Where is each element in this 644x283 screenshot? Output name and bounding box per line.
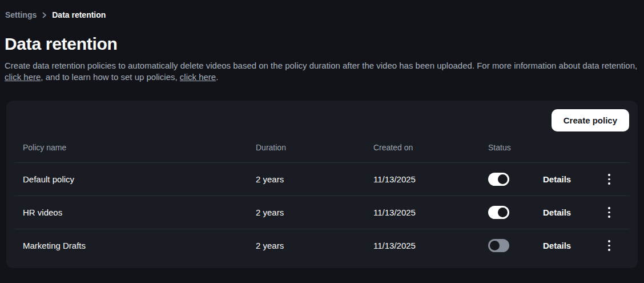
toggle-knob	[490, 241, 500, 250]
table-row: Default policy 2 years 11/13/2025 Detail…	[6, 163, 638, 196]
column-header-created-on: Created on	[373, 143, 488, 152]
status-toggle[interactable]	[488, 206, 509, 219]
details-button[interactable]: Details	[543, 208, 571, 217]
status-toggle[interactable]	[488, 173, 509, 186]
page-description: Create data retention policies to automa…	[5, 60, 639, 83]
table-row: HR videos 2 years 11/13/2025 Details	[6, 196, 638, 229]
breadcrumb-data-retention: Data retention	[52, 10, 106, 19]
created-on-cell: 11/13/2025	[373, 174, 488, 184]
description-text-2: , and to learn how to set up policies,	[41, 72, 179, 82]
table-row: Marketing Drafts 2 years 11/13/2025 Deta…	[6, 229, 638, 262]
kebab-menu-icon	[608, 174, 610, 176]
created-on-cell: 11/13/2025	[373, 208, 488, 217]
column-header-duration: Duration	[256, 143, 373, 152]
chevron-right-icon	[41, 12, 47, 18]
toggle-knob	[498, 174, 508, 184]
row-menu-button[interactable]	[602, 205, 616, 221]
details-button[interactable]: Details	[543, 174, 571, 184]
breadcrumb-settings[interactable]: Settings	[5, 10, 37, 19]
table-header-row: Policy name Duration Created on Status	[6, 132, 638, 162]
setup-policies-link[interactable]: click here	[180, 72, 216, 82]
status-toggle[interactable]	[488, 239, 509, 252]
column-header-status: Status	[488, 143, 543, 152]
policy-name-cell: HR videos	[23, 208, 256, 217]
column-header-policy-name: Policy name	[23, 143, 256, 152]
description-text-1: Create data retention policies to automa…	[5, 61, 637, 70]
breadcrumb: Settings Data retention	[0, 0, 644, 19]
row-menu-button[interactable]	[602, 238, 616, 254]
duration-cell: 2 years	[256, 208, 373, 217]
policies-card: Create policy Policy name Duration Creat…	[6, 101, 638, 268]
toggle-knob	[498, 208, 508, 217]
data-retention-info-link[interactable]: click here	[5, 72, 41, 82]
kebab-menu-icon	[608, 207, 610, 209]
kebab-menu-icon	[608, 240, 610, 242]
created-on-cell: 11/13/2025	[373, 241, 488, 250]
row-menu-button[interactable]	[602, 172, 616, 188]
duration-cell: 2 years	[256, 174, 373, 184]
card-toolbar: Create policy	[6, 109, 638, 131]
description-text-3: .	[216, 72, 218, 82]
duration-cell: 2 years	[256, 241, 373, 250]
create-policy-button[interactable]: Create policy	[552, 109, 629, 131]
details-button[interactable]: Details	[543, 241, 571, 250]
policy-name-cell: Marketing Drafts	[23, 241, 256, 250]
page-title: Data retention	[5, 34, 644, 54]
policy-name-cell: Default policy	[23, 174, 256, 184]
